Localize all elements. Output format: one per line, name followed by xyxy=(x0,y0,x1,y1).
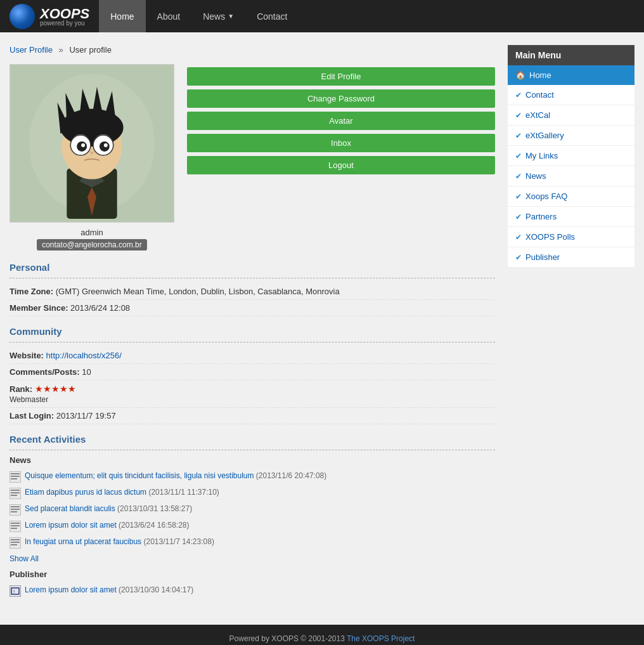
content-area: User Profile » User profile xyxy=(0,32,644,612)
svg-rect-24 xyxy=(11,490,20,491)
check-icon-extcal: ✔ xyxy=(515,111,522,120)
personal-section-title: Personal xyxy=(10,262,495,273)
sidebar-item-partners[interactable]: ✔ Partners xyxy=(508,207,634,227)
comments-label: Comments/Posts: xyxy=(10,367,80,377)
sidebar-item-extcal[interactable]: ✔ eXtCal xyxy=(508,105,634,126)
nav-contact[interactable]: Contact xyxy=(245,0,299,32)
svg-rect-22 xyxy=(11,476,20,477)
activity-time-5: (2013/11/7 14:23:08) xyxy=(143,537,214,546)
svg-rect-25 xyxy=(11,492,20,493)
check-icon-xoopsfaq: ✔ xyxy=(515,192,522,201)
news-item-icon-2 xyxy=(10,488,21,499)
footer-link[interactable]: The XOOPS Project xyxy=(347,634,415,643)
svg-rect-32 xyxy=(11,528,17,529)
check-icon-extgallery: ✔ xyxy=(515,131,522,140)
sidebar-item-news[interactable]: ✔ News xyxy=(508,166,634,186)
brand-sub: powered by you xyxy=(40,20,89,27)
main-content: User Profile » User profile xyxy=(10,45,495,599)
profile-avatar-block: admin contato@angelorocha.com.br xyxy=(10,64,174,249)
svg-rect-33 xyxy=(11,539,20,540)
svg-point-19 xyxy=(104,143,108,147)
check-icon-mylinks: ✔ xyxy=(515,152,522,160)
navbar: XOOPS powered by you Home About News ▼ C… xyxy=(0,0,644,32)
news-item-icon-5 xyxy=(10,537,21,549)
svg-rect-23 xyxy=(11,478,17,479)
sidebar-item-extgallery[interactable]: ✔ eXtGallery xyxy=(508,126,634,146)
show-all-link[interactable]: Show All xyxy=(10,554,495,563)
sidebar: Main Menu 🏠 Home ✔ Contact ✔ eXtCal ✔ eX… xyxy=(508,45,634,599)
sidebar-item-home[interactable]: 🏠 Home xyxy=(508,65,634,85)
profile-email-link[interactable]: contato@angelorocha.com.br xyxy=(37,239,147,251)
list-item: Sed placerat blandit iaculis (2013/10/31… xyxy=(10,502,495,518)
check-icon-publisher: ✔ xyxy=(515,253,522,262)
activity-time-1: (2013/11/6 20:47:08) xyxy=(256,471,326,480)
main-menu-title: Main Menu xyxy=(508,45,634,65)
profile-avatar-image xyxy=(10,64,174,223)
inbox-button[interactable]: Inbox xyxy=(187,134,495,152)
profile-top: admin contato@angelorocha.com.br Edit Pr… xyxy=(10,64,495,249)
last-login-value: 2013/11/7 19:57 xyxy=(56,411,116,420)
sidebar-news-label: News xyxy=(525,171,546,181)
comments-row: Comments/Posts: 10 xyxy=(10,364,495,381)
footer-text: Powered by XOOPS © 2001-2013 xyxy=(229,634,345,643)
breadcrumb-link[interactable]: User Profile xyxy=(10,45,53,55)
svg-rect-35 xyxy=(11,544,17,545)
news-item-icon-4 xyxy=(10,521,21,532)
timezone-row: Time Zone: (GMT) Greenwich Mean Time, Lo… xyxy=(10,283,495,300)
pub-activity-text-1: Lorem ipsum dolor sit amet (2013/10/30 1… xyxy=(25,585,193,594)
sidebar-item-mylinks[interactable]: ✔ My Links xyxy=(508,146,634,166)
timezone-label: Time Zone: xyxy=(10,287,53,296)
rank-label: Rank: xyxy=(10,384,32,394)
brand-logo[interactable]: XOOPS powered by you xyxy=(0,4,99,29)
svg-point-18 xyxy=(81,143,85,147)
breadcrumb: User Profile » User profile xyxy=(10,45,495,55)
sidebar-item-xoopspolls[interactable]: ✔ XOOPS Polls xyxy=(508,227,634,247)
change-password-button[interactable]: Change Password xyxy=(187,89,495,108)
member-since-label: Member Since: xyxy=(10,303,68,313)
sidebar-item-publisher[interactable]: ✔ Publisher xyxy=(508,247,634,268)
personal-divider xyxy=(10,278,495,278)
edit-profile-button[interactable]: Edit Profile xyxy=(187,67,495,86)
profile-username: admin xyxy=(80,228,103,237)
activity-link-2[interactable]: Etiam dapibus purus id lacus dictum xyxy=(25,488,146,497)
sidebar-partners-label: Partners xyxy=(525,212,557,221)
pub-activity-link-1[interactable]: Lorem ipsum dolor sit amet xyxy=(25,585,117,594)
activity-text-3: Sed placerat blandit iaculis (2013/10/31… xyxy=(25,504,192,513)
avatar-button[interactable]: Avatar xyxy=(187,112,495,130)
rank-row: Rank: ★★★★★ Webmaster xyxy=(10,381,495,408)
sidebar-home-label: Home xyxy=(529,70,551,80)
avatar-svg xyxy=(10,64,174,223)
website-link[interactable]: http://localhost/x256/ xyxy=(46,351,122,360)
svg-rect-30 xyxy=(11,523,20,524)
breadcrumb-separator: » xyxy=(59,45,63,55)
activity-link-5[interactable]: In feugiat urna ut placerat faucibus xyxy=(25,537,141,546)
activity-link-3[interactable]: Sed placerat blandit iaculis xyxy=(25,504,115,513)
member-since-row: Member Since: 2013/6/24 12:08 xyxy=(10,300,495,316)
logout-button[interactable]: Logout xyxy=(187,156,495,174)
nav-home[interactable]: Home xyxy=(99,0,145,32)
list-item: Quisque elementum; elit quis tincidunt f… xyxy=(10,469,495,485)
activity-text-2: Etiam dapibus purus id lacus dictum (201… xyxy=(25,488,219,497)
publisher-item-icon-1: ! xyxy=(10,585,21,597)
list-item: Etiam dapibus purus id lacus dictum (201… xyxy=(10,485,495,502)
list-item: ! Lorem ipsum dolor sit amet (2013/10/30… xyxy=(10,583,495,599)
community-divider xyxy=(10,342,495,342)
svg-rect-26 xyxy=(11,495,17,496)
check-icon-xoopspolls: ✔ xyxy=(515,233,522,242)
activity-time-2: (2013/11/1 11:37:10) xyxy=(148,488,219,497)
sidebar-mylinks-label: My Links xyxy=(525,151,558,160)
sidebar-extcal-label: eXtCal xyxy=(525,110,550,120)
activity-link-4[interactable]: Lorem ipsum dolor sit amet xyxy=(25,521,117,530)
news-item-icon-1 xyxy=(10,471,21,483)
last-login-row: Last Login: 2013/11/7 19:57 xyxy=(10,408,495,424)
check-icon-news: ✔ xyxy=(515,172,522,181)
nav-about[interactable]: About xyxy=(146,0,192,32)
activity-link-1[interactable]: Quisque elementum; elit quis tincidunt f… xyxy=(25,471,254,480)
nav-news[interactable]: News ▼ xyxy=(191,0,245,32)
sidebar-publisher-label: Publisher xyxy=(525,252,560,262)
sidebar-item-contact[interactable]: ✔ Contact xyxy=(508,85,634,105)
profile-email-block: contato@angelorocha.com.br xyxy=(37,240,147,249)
sidebar-item-xoopsfaq[interactable]: ✔ Xoops FAQ xyxy=(508,186,634,207)
timezone-value: (GMT) Greenwich Mean Time, London, Dubli… xyxy=(56,287,340,296)
activity-text-4: Lorem ipsum dolor sit amet (2013/6/24 16… xyxy=(25,521,190,530)
